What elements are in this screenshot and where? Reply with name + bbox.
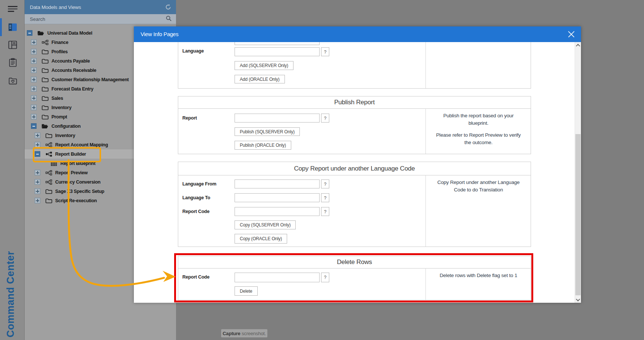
report-input[interactable] [235,114,320,123]
report-code-input[interactable] [235,207,320,216]
collapse-icon[interactable] [27,30,32,36]
expand-icon[interactable] [31,95,37,101]
collapse-icon[interactable] [31,123,37,129]
expand-icon[interactable] [31,49,37,54]
tree-item-label: Configuration [51,124,81,129]
folder-icon [45,188,52,194]
hamburger-menu-icon[interactable] [8,4,18,13]
publish-sqlserver-button[interactable]: Publish (SQLSERVER Only) [235,127,300,136]
data-models-nav-icon[interactable] [8,23,18,32]
orange-highlight-box [33,147,101,162]
dialog-title: View Info Pages [134,31,179,37]
tree-item-label: Accounts Receivable [51,68,96,73]
expand-icon[interactable] [35,179,40,185]
tree-item-label: Inventory [55,133,75,138]
clipboard-nav-icon[interactable] [8,58,18,67]
help-button[interactable]: ? [321,207,329,216]
publish-oracle-button[interactable]: Publish (ORACLE Only) [235,141,291,150]
scroll-down-button[interactable] [575,296,581,303]
folder-icon [41,67,48,73]
description-line: Please refer to Report Preview to verify… [434,131,523,146]
tree-panel-title: Data Models and Views [24,4,81,10]
layout-nav-icon[interactable] [8,40,18,49]
help-button[interactable]: ? [321,179,329,188]
tree-item-label: Sage X3 Specific Setup [55,189,104,194]
field-label: Report Code [182,209,210,214]
expand-icon[interactable] [35,198,40,203]
truncated-input[interactable] [235,42,320,45]
close-icon[interactable] [566,29,577,39]
section-title: Publish Report [334,99,375,106]
folder-icon [41,114,48,120]
field-label: Language [182,48,204,54]
share-icon [41,39,48,45]
expand-icon[interactable] [35,133,40,138]
tree-item-label: Profiles [51,49,67,54]
share-icon [45,179,52,185]
expand-icon[interactable] [31,105,37,110]
folder-icon [41,105,48,111]
help-button[interactable]: ? [321,47,329,56]
language-from-input[interactable] [235,179,320,188]
scrollbar-thumb[interactable] [575,134,581,295]
copy-sqlserver-button[interactable]: Copy (SQLSERVER Only) [235,220,296,229]
dialog-scrollbar[interactable] [575,42,581,303]
field-label: Language From [182,181,216,187]
expand-icon[interactable] [31,77,37,82]
red-highlight-box [174,253,533,302]
tree-item-label: Script Re-execution [55,198,97,203]
expand-icon[interactable] [31,58,37,64]
expand-icon[interactable] [35,170,40,175]
language-input[interactable] [235,47,320,56]
dialog-header[interactable]: View Info Pages [134,26,581,42]
refresh-icon[interactable] [165,4,172,10]
add-oracle-button[interactable]: Add (ORACLE Only) [235,75,285,83]
expand-icon[interactable] [31,39,37,45]
search-icon[interactable] [166,15,172,23]
search-input[interactable]: Search [24,16,166,22]
expand-icon[interactable] [31,114,37,120]
expand-icon[interactable] [31,86,37,92]
tree-item-label: Currency Conversion [55,179,100,185]
section-title-row: Publish Report [178,96,531,109]
folder-open-icon [37,30,44,36]
scroll-up-button[interactable] [575,42,581,48]
folder-icon [41,77,48,83]
folder-icon [41,58,48,64]
copy-oracle-button[interactable]: Copy (ORACLE Only) [235,234,287,244]
add-sqlserver-button[interactable]: Add (SQLSERVER Only) [235,61,293,70]
share-icon [45,170,52,176]
folder-icon [45,133,52,139]
expand-icon[interactable] [35,142,40,147]
tree-item-label: Inventory [51,105,72,110]
tree-item-label: Sales [51,96,63,101]
section-publish-report: Publish Report Report ? Publish (SQLSERV… [178,96,531,154]
app-window: Command Center Data Models and Views Sea… [0,0,644,340]
active-nav-indicator [0,18,2,36]
expand-icon[interactable] [35,188,40,194]
section-copy-report: Copy Report under another Language Code … [178,162,531,247]
tree-search-bar[interactable]: Search [24,14,176,24]
language-to-input[interactable] [235,193,320,202]
tree-item-label: Report Account Mapping [55,142,108,147]
help-button[interactable]: ? [321,114,329,123]
folder-icon [45,198,52,204]
section-title-row: Copy Report under another Language Code [178,162,531,175]
description-line: Copy Report under another Language Code … [434,179,523,193]
tree-item-label: Report Preview [55,170,88,175]
favorites-folder-nav-icon[interactable] [8,76,18,85]
section-divider [425,42,426,88]
tree-panel-header: Data Models and Views [24,0,176,14]
section-description: Publish the report based on your bluepri… [425,112,531,146]
tree-item-label: Forecast Data Entry [51,86,93,92]
expand-icon[interactable] [31,67,37,73]
tree-item-label: Accounts Payable [51,58,90,64]
field-label: Language To [182,195,210,200]
folder-icon [41,49,48,55]
help-button[interactable]: ? [321,193,329,202]
capture-screenshot-tooltip[interactable]: Capture screenshot. [221,329,267,337]
folder-icon [41,86,48,92]
tree-item-label: Universal Data Model [47,31,92,36]
command-center-vertical-label: Command Center [5,250,16,337]
section-add-report-info: Language ? Add (SQLSERVER Only) Add (ORA… [178,42,531,89]
